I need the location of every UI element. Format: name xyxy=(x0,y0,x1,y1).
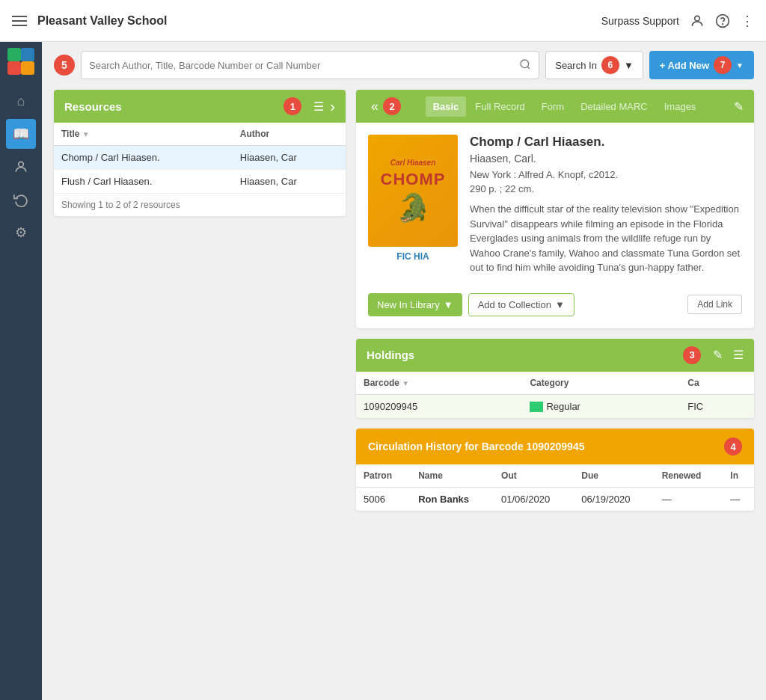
new-in-library-button[interactable]: New In Library ▼ xyxy=(368,293,462,316)
circ-col-due: Due xyxy=(574,464,654,488)
sidebar-item-patrons[interactable] xyxy=(6,152,36,182)
svg-rect-4 xyxy=(21,48,34,61)
right-column: « 2 BasicFull RecordFormDetailed MARCIma… xyxy=(356,90,754,521)
add-to-collection-button[interactable]: Add to Collection ▼ xyxy=(468,293,574,316)
holdings-menu-icon[interactable]: ☰ xyxy=(733,348,744,362)
search-in-button[interactable]: Search In 6 ▼ xyxy=(545,51,643,79)
menu-lines-icon[interactable]: ☰ xyxy=(313,99,324,114)
search-input-wrap xyxy=(81,51,539,79)
expand-icon[interactable]: › xyxy=(330,98,335,115)
sidebar-item-circulation[interactable] xyxy=(6,185,36,215)
chevron-down-icon: ▼ xyxy=(624,60,634,71)
badge-4: 4 xyxy=(724,438,742,455)
detail-tab-basic[interactable]: Basic xyxy=(426,96,467,117)
sidebar-item-settings[interactable]: ⚙ xyxy=(6,218,36,248)
circ-in-cell: — xyxy=(723,488,754,512)
main-content: 5 Search In 6 ▼ + Add New 7 ▼ xyxy=(42,42,766,700)
resource-author-cell: Hiaasen, Car xyxy=(233,146,346,170)
table-row[interactable]: Chomp / Carl Hiaasen.Hiaasen, Car xyxy=(54,146,346,170)
book-call-number: FIC HIA xyxy=(368,251,458,262)
resource-title-cell: Chomp / Carl Hiaasen. xyxy=(54,146,233,170)
table-row[interactable]: Flush / Carl Hiaasen.Hiaasen, Car xyxy=(54,170,346,194)
nav-right: Surpass Support ⋮ xyxy=(601,13,754,29)
holdings-ca-cell: FIC xyxy=(680,394,754,418)
book-detail: Carl Hiaasen CHOMP 🐊 FIC HIA Chomp / Car… xyxy=(356,123,754,287)
sidebar-item-home[interactable]: ⌂ xyxy=(6,86,36,116)
svg-point-8 xyxy=(521,60,529,68)
user-icon-button[interactable] xyxy=(690,13,705,28)
sidebar: ⌂ 📖 ⚙ xyxy=(0,42,42,700)
holdings-col-ca: Ca xyxy=(680,372,754,395)
circulation-panel: Circulation History for Barcode 10902099… xyxy=(356,429,754,511)
sidebar-logo xyxy=(7,48,34,77)
holdings-panel-title: Holdings xyxy=(367,349,677,361)
prev-record-button[interactable]: « xyxy=(367,99,383,114)
circ-col-renewed: Renewed xyxy=(655,464,723,488)
search-input[interactable] xyxy=(89,60,519,71)
edit-icon-button[interactable]: ✎ xyxy=(734,99,744,114)
sort-icon: ▼ xyxy=(82,130,90,138)
circ-col-name: Name xyxy=(411,464,494,488)
cover-author-text: Carl Hiaasen xyxy=(390,159,436,167)
resources-panel-title: Resources xyxy=(64,100,278,113)
resources-col-title: Title ▼ xyxy=(54,123,233,146)
holdings-panel: Holdings 3 ✎ ☰ Barcode ▼ Category Ca xyxy=(356,339,754,419)
book-publisher: New York : Alfred A. Knopf, c2012. xyxy=(470,169,742,180)
top-nav: Pleasant Valley School Surpass Support ⋮ xyxy=(0,0,766,42)
search-in-label: Search In xyxy=(555,60,597,71)
help-icon-button[interactable] xyxy=(715,13,730,28)
circ-panel-header: Circulation History for Barcode 10902099… xyxy=(356,429,754,464)
detail-tab-full-record[interactable]: Full Record xyxy=(468,96,532,117)
add-new-button[interactable]: + Add New 7 ▼ xyxy=(649,51,754,79)
circ-panel-title: Circulation History for Barcode 10902099… xyxy=(368,440,718,452)
badge-2: 2 xyxy=(383,97,401,115)
holdings-edit-icon-button[interactable]: ✎ xyxy=(713,348,723,362)
table-row: 5006 Ron Banks 01/06/2020 06/19/2020 — — xyxy=(356,488,754,512)
book-info: Chomp / Carl Hiaasen. Hiaasen, Carl. New… xyxy=(470,135,742,275)
chevron-down-icon: ▼ xyxy=(555,299,565,310)
badge-6: 6 xyxy=(601,56,619,74)
circ-table: PatronNameOutDueRenewedIn 5006 Ron Banks… xyxy=(356,464,754,511)
holdings-barcode-cell: 1090209945 xyxy=(356,394,522,418)
book-actions: New In Library ▼ Add to Collection ▼ Add… xyxy=(356,287,754,328)
detail-tab-form[interactable]: Form xyxy=(534,96,572,117)
circ-renewed-cell: — xyxy=(655,488,723,512)
circ-patron-cell: 5006 xyxy=(356,488,411,512)
app-title: Pleasant Valley School xyxy=(37,14,167,28)
table-row: 1090209945 Regular FIC xyxy=(356,394,754,418)
book-title: Chomp / Carl Hiaasen. xyxy=(470,135,742,150)
left-column: Resources 1 ☰ › Title ▼ Author xyxy=(54,90,346,521)
menu-icon[interactable] xyxy=(12,16,27,26)
new-in-library-label: New In Library xyxy=(377,299,440,310)
detail-tab-images[interactable]: Images xyxy=(657,96,704,117)
resource-title-cell: Flush / Carl Hiaasen. xyxy=(54,170,233,194)
detail-tab-detailed-marc[interactable]: Detailed MARC xyxy=(573,96,655,117)
book-description: When the difficult star of the reality t… xyxy=(470,202,742,275)
search-bar: 5 Search In 6 ▼ + Add New 7 ▼ xyxy=(54,51,754,79)
holdings-col-category: Category xyxy=(522,372,680,395)
resources-footer: Showing 1 to 2 of 2 resources xyxy=(54,194,346,216)
svg-point-7 xyxy=(19,162,24,167)
svg-rect-6 xyxy=(21,61,34,75)
two-col-layout: Resources 1 ☰ › Title ▼ Author xyxy=(54,90,754,521)
cover-title-text: CHOMP xyxy=(381,170,446,189)
sidebar-item-catalog[interactable]: 📖 xyxy=(6,119,36,149)
cover-croc-icon: 🐊 xyxy=(396,192,430,224)
svg-rect-3 xyxy=(7,48,21,61)
holdings-category-cell: Regular xyxy=(522,394,680,418)
add-link-label: Add Link xyxy=(697,299,732,310)
detail-panel-header: « 2 BasicFull RecordFormDetailed MARCIma… xyxy=(356,90,754,123)
resources-panel-header: Resources 1 ☰ › xyxy=(54,90,346,123)
add-link-button[interactable]: Add Link xyxy=(687,295,742,314)
circ-col-out: Out xyxy=(494,464,574,488)
circ-due-cell: 06/19/2020 xyxy=(574,488,654,512)
circ-col-in: In xyxy=(723,464,754,488)
svg-point-0 xyxy=(695,16,700,21)
chevron-down-icon: ▼ xyxy=(444,299,453,310)
more-options-icon-button[interactable]: ⋮ xyxy=(741,13,754,29)
svg-point-2 xyxy=(723,23,723,24)
book-cover-image: Carl Hiaasen CHOMP 🐊 xyxy=(368,135,458,247)
resource-author-cell: Hiaasen, Car xyxy=(233,170,346,194)
search-submit-button[interactable] xyxy=(519,58,531,73)
holdings-col-barcode: Barcode ▼ xyxy=(356,372,522,395)
